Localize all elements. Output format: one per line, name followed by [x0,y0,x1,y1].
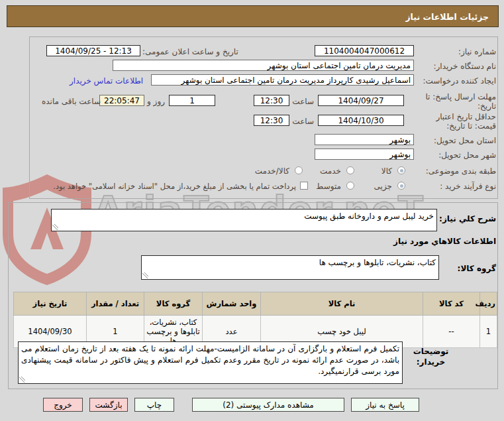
goods-section-title: اطلاعات کالاهاي مورد نیاز [393,237,496,246]
subject-class-radio-goods-service[interactable] [295,166,303,174]
col-row-number: ردیف [480,292,497,316]
goods-group-label: گروه کالا: [458,264,496,273]
subject-class-radio-service[interactable] [346,166,354,174]
need-desc-text: خرید لیبل سرم و داروخانه طبق پیوست [304,211,434,221]
remaining-days-value: 1 [169,95,215,106]
resize-grip-icon [19,377,25,383]
delivery-city-label: شهر محل تحویل: [438,150,496,160]
view-attached-docs-button[interactable]: مشاهده مدارک پیوستی (2) [192,398,344,412]
delivery-province-input[interactable]: بوشهر [315,134,414,145]
subject-class-option-goods: کالا [381,166,392,176]
col-quantity: تعداد / مقدار [87,292,144,316]
process-type-radio-minor[interactable] [397,182,405,190]
goods-group-textarea[interactable]: کتاب، نشریات، تابلوها و برچسب ها [141,255,439,280]
announce-datetime-label: تاریخ و ساعت اعلان عمومی: [142,47,238,56]
col-count-unit: واحد شمارش [203,292,261,316]
print-button[interactable]: چاپ [134,398,174,412]
subject-class-option-goods-service: کالا/خدمت [255,166,289,176]
reply-deadline-hour-label: ساعت [292,97,314,106]
treasury-payment-label: پرداخت تمام یا بخشی از مبلغ خرید،از محل … [53,182,296,191]
reply-deadline-label: مهلت ارسال پاسخ: تا تاریخ: [415,92,496,111]
request-creator-input[interactable]: اسماعیل رشیدی کارپرداز مدیریت درمان تامی… [151,74,414,86]
subject-class-label: طبقه بندی موضوعی: [426,166,496,176]
need-desc-textarea[interactable]: خرید لیبل سرم و داروخانه طبق پیوست [51,209,437,231]
col-goods-group: گروه کالا [144,292,203,316]
goods-table: ردیف کد کالا نام کالا واحد شمارش گروه کا… [13,292,497,348]
price-validity-label: حداقل تاریخ اعتبار قیمت: تا تاریخ: [418,112,496,131]
goods-table-header-row: ردیف کد کالا نام کالا واحد شمارش گروه کا… [14,292,497,316]
page-title: جزئیات اطلاعات نیاز [7,5,499,27]
goods-group-text: کتاب، نشریات، تابلوها و برچسب ها [319,258,436,267]
reply-deadline-date-input[interactable]: 1404/09/27 [318,95,404,106]
price-validity-time-input[interactable]: 12:30 [254,115,289,126]
process-type-radio-medium[interactable] [346,182,354,190]
buyer-notes-textarea[interactable]: تکمیل فرم استعلام و بارگزاری آن در سامان… [18,341,403,384]
process-type-label: نوع فرآیند خرید : [440,182,496,191]
buyer-notes-text: تکمیل فرم استعلام و بارگزاری آن در سامان… [21,344,399,376]
subject-class-option-service: خدمت [320,166,341,176]
treasury-payment-checkbox[interactable] [300,182,308,190]
delivery-province-label: استان محل تحویل: [434,136,496,145]
cell-row-number: 1 [480,316,497,348]
resize-grip-icon [52,224,58,230]
process-type-option-medium: متوسط [316,182,341,191]
need-details-screen: AriaTender.neT جزئیات اطلاعات نیاز شماره… [0,0,504,421]
back-button[interactable]: بازگشت [89,398,128,412]
buyer-notes-label: توضیحات خریدار: [399,346,462,367]
exit-button[interactable]: خروج [43,398,83,412]
delivery-city-input[interactable]: بوشهر [315,149,414,160]
buyer-org-label: نام دستگاه خریدار: [434,62,497,71]
need-number-input[interactable]: 1104004047000612 [315,45,414,56]
price-validity-date-input[interactable]: 1404/10/30 [318,115,404,126]
col-need-date: تاریخ نیاز [14,292,87,316]
request-creator-label: ایجاد کننده درخواست: [423,76,496,86]
reply-to-need-button[interactable]: پاسخ به نیاز [351,398,419,412]
reply-deadline-time-input[interactable]: 12:30 [254,95,289,106]
price-validity-hour-label: ساعت [292,117,314,126]
buyer-org-input[interactable]: مدیریت درمان تامین اجتماعی استان بوشهر [113,60,414,71]
resize-grip-icon [142,272,148,278]
remaining-time-value: 22:05:47 [99,95,144,106]
subject-class-radio-goods[interactable] [397,166,405,174]
need-desc-label: شرح کلي نیاز: [439,214,496,223]
process-type-option-minor: جزیی [374,182,392,191]
col-goods-name: نام کالا [261,292,423,316]
cell-goods-code: -- [423,316,480,348]
announce-datetime-input[interactable]: 1404/09/25 - 12:13 [46,45,140,56]
col-goods-code: کد کالا [423,292,480,316]
buyer-contact-link[interactable]: اطلاعات تماس خریدار [70,76,143,86]
remaining-hours-label: ساعت باقی مانده [42,97,101,106]
remaining-days-label: روز و [147,97,165,106]
need-number-label: شماره نیاز: [458,47,496,56]
